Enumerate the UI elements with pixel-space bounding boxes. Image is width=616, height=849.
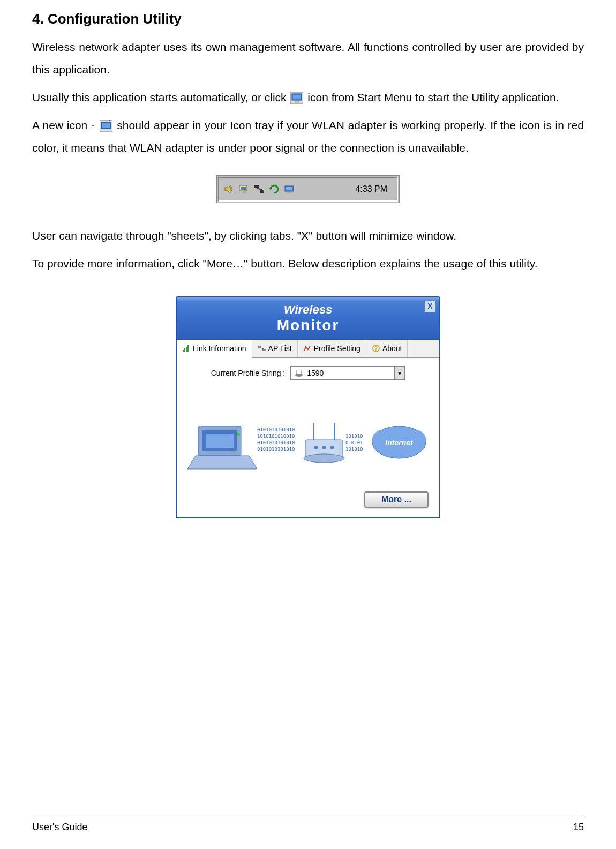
svg-rect-23 [262,349,266,351]
tab-profile-label: Profile Setting [314,344,360,353]
window-titlebar: Wireless Monitor X [177,297,439,340]
tab-about[interactable]: ? About [366,340,408,357]
svg-text:0101010101010: 0101010101010 [257,440,295,445]
para3-text-b: should appear in your Icon tray if your … [32,119,584,154]
section-heading: 4. Configuration Utility [32,11,584,27]
profile-icon [303,345,312,352]
tabs-row: Link Information AP List Profile Setting… [177,340,439,358]
tray-adapter-icon [100,120,112,132]
sync-icon [268,183,280,195]
svg-rect-16 [286,187,292,190]
svg-rect-3 [295,101,299,103]
paragraph-4: User can navigate through "sheets", by c… [32,225,584,247]
svg-rect-10 [242,191,245,193]
svg-text:1010101010010: 1010101010010 [257,434,295,439]
svg-marker-7 [225,185,230,193]
about-icon: ? [372,345,380,352]
svg-line-24 [260,348,264,349]
window-title-wireless: Wireless [284,303,332,317]
svg-rect-21 [187,345,189,352]
profile-label: Current Profile String : [211,369,286,377]
footer-guide: User's Guide [32,822,87,833]
svg-point-44 [322,446,326,449]
paragraph-1: Wireless network adapter uses its own ma… [32,36,584,81]
tab-link-information[interactable]: Link Information [177,340,252,358]
svg-rect-32 [206,434,234,448]
tab-about-label: About [382,344,402,353]
wireless-monitor-icon [290,92,303,104]
window-title-monitor: Monitor [277,317,340,334]
tab-ap-list[interactable]: AP List [252,340,298,357]
display-icon [238,183,250,195]
page-footer: User's Guide 15 [32,818,584,833]
tray-time: 4:33 PM [355,184,393,194]
signal-icon [182,345,191,352]
internet-label: Internet [385,438,414,447]
profile-dropdown[interactable]: 1590 ▼ [290,366,405,380]
system-tray-screenshot: 4:33 PM [216,175,400,203]
paragraph-3: A new icon - should appear in your Icon … [32,114,584,159]
svg-point-45 [330,446,334,449]
svg-text:101010: 101010 [345,434,363,439]
ap-list-icon [258,345,266,352]
more-button[interactable]: More ... [364,491,429,508]
svg-rect-6 [102,123,110,128]
svg-rect-11 [254,185,259,188]
svg-rect-20 [186,347,187,352]
tab-profile-setting[interactable]: Profile Setting [298,340,366,357]
svg-point-27 [295,374,303,377]
chevron-down-icon: ▼ [394,367,404,379]
svg-text:0101010101010: 0101010101010 [257,446,295,452]
wireless-monitor-window: Wireless Monitor X Link Information AP L… [176,296,440,518]
svg-rect-17 [287,192,291,193]
svg-point-34 [237,433,240,436]
svg-rect-9 [241,187,246,190]
svg-rect-12 [260,190,264,193]
svg-point-40 [304,454,344,463]
access-point-icon [294,369,304,377]
svg-rect-22 [258,346,261,348]
svg-text:?: ? [374,346,378,352]
svg-rect-18 [183,350,184,352]
connection-diagram: 0101010101010 1010101010010 010101010101… [187,394,429,485]
profile-row: Current Profile String : 1590 ▼ [177,358,439,389]
volume-icon [223,183,235,195]
svg-text:101010: 101010 [345,446,363,452]
para2-text-a: Usually this application starts automati… [32,91,289,103]
svg-point-43 [314,446,318,449]
close-button[interactable]: X [424,301,436,312]
paragraph-2: Usually this application starts automati… [32,86,584,109]
svg-text:010101: 010101 [345,440,363,445]
svg-text:0101010101010: 0101010101010 [257,427,295,433]
network-icon [253,183,265,195]
svg-marker-33 [187,456,257,469]
profile-value: 1590 [307,369,324,377]
para3-text-a: A new icon - [32,119,99,131]
tab-ap-label: AP List [268,344,292,353]
wireless-tray-icon [283,183,295,195]
footer-page: 15 [573,822,584,833]
svg-rect-19 [184,348,185,352]
svg-rect-2 [293,95,301,99]
paragraph-5: To provide more information, click "More… [32,252,584,275]
tab-link-label: Link Information [193,344,246,353]
para2-text-b: icon from Start Menu to start the Utilit… [307,91,559,103]
svg-line-13 [257,188,262,190]
